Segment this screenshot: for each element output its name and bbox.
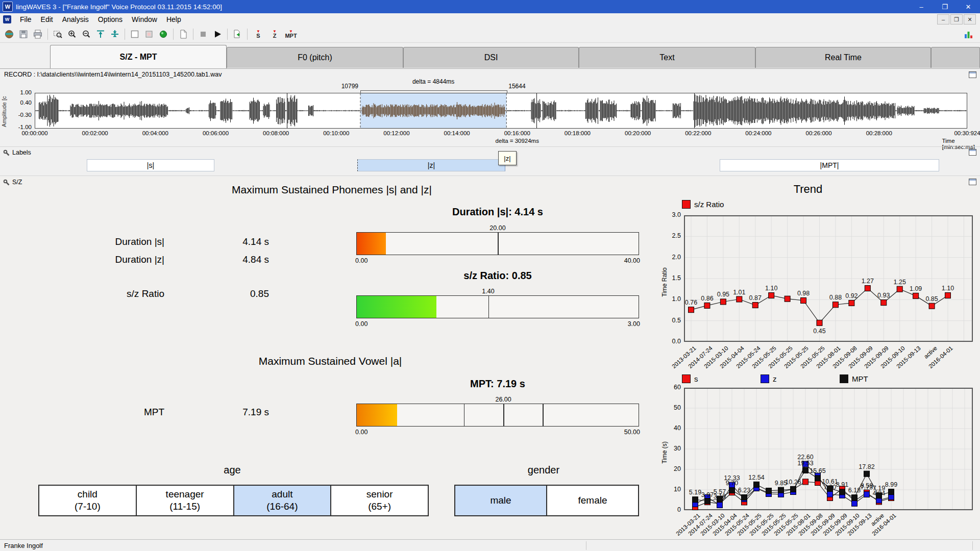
toolbar-separator xyxy=(47,29,48,40)
vertical-zoom-out-icon[interactable] xyxy=(108,28,121,41)
age-option-label: teenager xyxy=(166,488,204,500)
legend-z: z xyxy=(761,374,777,383)
menu-edit[interactable]: Edit xyxy=(36,14,58,25)
zoom-out-icon[interactable] xyxy=(80,28,93,41)
mdi-child-icon: W xyxy=(3,15,11,23)
svg-text:17.82: 17.82 xyxy=(859,463,874,470)
age-option-teenager[interactable]: teenager(11-15) xyxy=(137,486,234,515)
svg-text:0.98: 0.98 xyxy=(797,290,810,297)
svg-text:1.01: 1.01 xyxy=(733,289,745,296)
legend-label: s/z Ratio xyxy=(694,200,724,209)
gender-option-male[interactable]: male xyxy=(455,486,547,515)
svg-text:1.10: 1.10 xyxy=(765,285,777,292)
waveform-plot[interactable] xyxy=(35,93,967,129)
time-tick: 00:20:000 xyxy=(625,130,651,136)
mpt-bar-max-label: 50.00 xyxy=(624,429,640,436)
play-icon[interactable] xyxy=(211,28,224,41)
mark-z-button[interactable]: ▼Z xyxy=(267,28,282,41)
y-tick: 0 xyxy=(663,506,681,513)
label-segment-z[interactable]: |z| xyxy=(357,159,505,171)
mdi-minimize-button[interactable]: – xyxy=(937,14,949,24)
age-option-child[interactable]: child(7-10) xyxy=(39,486,137,515)
age-option-label: senior xyxy=(366,488,393,500)
tab-overflow[interactable] xyxy=(931,47,980,68)
maximize-button[interactable]: ❐ xyxy=(933,0,957,13)
minimize-button[interactable]: – xyxy=(910,0,933,13)
svg-text:0.92: 0.92 xyxy=(845,292,857,299)
y-tick: 2.5 xyxy=(663,232,681,239)
mpt-bar-divider xyxy=(464,404,465,426)
mark-s-button[interactable]: ▼S xyxy=(251,28,266,41)
mdi-restore-button[interactable]: ❐ xyxy=(950,14,963,24)
sz-ratio-bar-divider xyxy=(488,296,489,318)
legend-swatch xyxy=(840,374,848,383)
tab-real-time[interactable]: Real Time xyxy=(755,47,931,68)
tab-text[interactable]: Text xyxy=(579,47,755,68)
menu-window[interactable]: Window xyxy=(127,14,162,25)
wrench-icon xyxy=(3,179,10,186)
y-tick: 60 xyxy=(663,384,681,391)
svg-text:1.25: 1.25 xyxy=(894,279,906,286)
tab-dsi[interactable]: DSI xyxy=(403,47,579,68)
menu-file[interactable]: File xyxy=(15,14,36,25)
export-icon[interactable] xyxy=(231,28,244,41)
time-tick: 00:26:000 xyxy=(805,130,831,136)
labels-row-header: Labels xyxy=(3,149,31,156)
zoom-in-icon[interactable] xyxy=(65,28,79,41)
close-button[interactable]: ✕ xyxy=(957,0,980,13)
lingwaves-session-icon[interactable] xyxy=(3,28,16,41)
label-segment-s[interactable]: |s| xyxy=(87,159,214,171)
sz-ratio-bar-marker-label: 1.40 xyxy=(482,288,494,295)
svg-text:3.97: 3.97 xyxy=(701,491,714,498)
mark-mpt-button[interactable]: ▼MPT xyxy=(283,28,299,41)
selection-delta-label: delta = 4844ms xyxy=(412,78,454,85)
label-segment-MPT[interactable]: |MPT| xyxy=(720,159,939,171)
record-window-icon[interactable] xyxy=(142,28,156,41)
vertical-zoom-in-icon[interactable] xyxy=(94,28,107,41)
svg-text:0.76: 0.76 xyxy=(685,299,697,306)
time-tick: 00:22:000 xyxy=(685,130,711,136)
gender-group: malefemale xyxy=(454,485,639,516)
legend-label: s xyxy=(694,374,698,383)
mdi-close-button[interactable]: ✕ xyxy=(964,14,976,24)
sz-ratio-bar-title: s/z Ratio: 0.85 xyxy=(463,270,531,282)
measure-label: Duration |z| xyxy=(62,254,164,267)
print-icon[interactable] xyxy=(31,28,44,41)
svg-text:0.87: 0.87 xyxy=(749,294,762,302)
y-tick: 1.5 xyxy=(663,274,681,282)
tab-s-z-mpt[interactable]: S/Z - MPT xyxy=(50,45,227,68)
age-option-adult[interactable]: adult(16-64) xyxy=(234,486,332,515)
record-icon[interactable] xyxy=(157,28,170,41)
y-tick: 1.0 xyxy=(663,295,681,303)
panel-toggle-icon[interactable] xyxy=(969,71,976,78)
svg-text:1.27: 1.27 xyxy=(862,278,874,285)
zoom-selection-icon[interactable] xyxy=(51,28,64,41)
menu-help[interactable]: Help xyxy=(162,14,186,25)
svg-text:0.88: 0.88 xyxy=(829,294,842,301)
time-tick: 00:10:000 xyxy=(323,130,349,136)
duration-s-bar-fill xyxy=(357,233,386,255)
panel-toggle-icon[interactable] xyxy=(969,149,976,156)
new-document-icon[interactable] xyxy=(177,28,190,41)
statistics-icon[interactable] xyxy=(962,28,975,41)
mpt-bar-divider xyxy=(503,404,504,426)
time-tick: 00:28:000 xyxy=(866,130,892,136)
svg-text:8.91: 8.91 xyxy=(836,481,848,488)
svg-text:9.70: 9.70 xyxy=(726,480,738,487)
amplitude-tick: -1.00 xyxy=(9,124,32,130)
tab-f0-pitch-[interactable]: F0 (pitch) xyxy=(227,47,403,68)
panel-toggle-icon[interactable] xyxy=(969,179,976,185)
save-icon[interactable] xyxy=(17,28,30,41)
selection-frame-icon[interactable] xyxy=(128,28,141,41)
menu-analysis[interactable]: Analysis xyxy=(58,14,93,25)
menu-options[interactable]: Options xyxy=(93,14,127,25)
wrench-icon xyxy=(3,149,10,156)
measure-value: 7.19 s xyxy=(164,407,269,420)
age-option-senior[interactable]: senior(65+) xyxy=(331,486,428,515)
gender-option-female[interactable]: female xyxy=(547,486,638,515)
time-tick: 00:08:000 xyxy=(263,130,289,136)
duration-s-bar-min-label: 0.00 xyxy=(355,257,368,264)
stop-icon[interactable] xyxy=(197,28,210,41)
svg-text:1.09: 1.09 xyxy=(910,285,922,292)
age-option-sublabel: (65+) xyxy=(368,500,391,513)
